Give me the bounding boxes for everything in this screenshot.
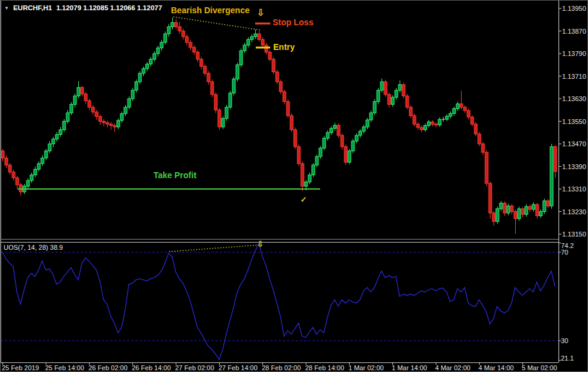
candle-body	[149, 59, 152, 64]
candle-body	[243, 45, 246, 51]
candle-body	[424, 126, 427, 130]
candle-body	[460, 104, 463, 107]
candle-body	[373, 102, 376, 113]
candle-body	[185, 37, 188, 42]
candle-body	[135, 82, 138, 90]
price-tick-label: 1.13710	[562, 73, 586, 80]
candle-body	[45, 151, 48, 158]
candle-body	[221, 119, 224, 127]
price-tick-label: 1.13870	[562, 28, 586, 35]
candle-body	[91, 107, 94, 112]
chart-title-bar: ▼ EURCHF,H1 1.12079 1.12085 1.12066 1.12…	[4, 4, 162, 11]
candle-body	[435, 124, 438, 125]
candle-body	[366, 120, 369, 127]
candle-body	[52, 139, 55, 144]
candle-body	[225, 107, 228, 119]
bearish-divergence-label: Bearish Divergence	[171, 6, 250, 14]
time-tick-label: 5 Mar 02:00	[522, 364, 557, 371]
candle-body	[265, 45, 268, 52]
candle-body	[59, 130, 62, 135]
time-tick-label: 28 Feb 14:00	[305, 364, 344, 371]
candle-body	[113, 126, 116, 127]
candle-body	[546, 201, 549, 206]
ohlc-values: 1.12079 1.12085 1.12066 1.12077	[56, 4, 162, 11]
candle-body	[178, 26, 181, 31]
candle-body	[182, 31, 185, 37]
candle-body	[514, 212, 517, 219]
stop-loss-label: Stop Loss	[273, 18, 314, 26]
candle-body	[333, 125, 336, 128]
indicator-level-label: 30	[561, 337, 568, 344]
candle-body	[496, 209, 499, 222]
candle-body	[142, 69, 145, 73]
candle-body	[438, 119, 441, 125]
candle-body	[351, 141, 354, 150]
candle-body	[456, 104, 459, 108]
price-tick-label: 1.13630	[562, 95, 586, 102]
candle-body	[471, 117, 474, 124]
checkmark-icon: ✓	[300, 196, 307, 203]
indicator-level-label: 70	[561, 249, 568, 256]
candle-body	[348, 151, 351, 163]
price-tick-label: 1.13150	[562, 231, 586, 238]
candle-body	[532, 205, 535, 209]
candle-body	[467, 111, 470, 117]
candle-body	[449, 113, 452, 116]
candle-body	[110, 124, 113, 125]
candle-body	[247, 40, 250, 45]
candle-body	[416, 124, 419, 128]
candle-body	[427, 122, 430, 125]
candle-body	[359, 131, 362, 135]
chart-window: ▼ EURCHF,H1 1.12079 1.12085 1.12066 1.12…	[0, 0, 588, 372]
candle-body	[48, 144, 51, 151]
time-tick-label: 27 Feb 14:00	[218, 364, 258, 371]
candle-body	[301, 164, 304, 187]
candle-body	[554, 147, 557, 172]
candle-body	[341, 135, 344, 147]
symbol-dropdown-icon[interactable]: ▼	[4, 5, 9, 11]
candle-body	[171, 22, 174, 26]
candle-body	[55, 135, 58, 140]
candle-body	[388, 95, 391, 104]
candle-body	[102, 122, 105, 123]
candle-body	[84, 94, 87, 101]
indicator-title: UOS(7, 14, 28) 38.9	[4, 244, 63, 251]
candle-body	[536, 205, 539, 216]
candle-body	[290, 116, 293, 129]
candle-body	[236, 65, 239, 79]
candle-body	[203, 66, 206, 73]
candle-body	[492, 213, 495, 222]
candle-body	[66, 113, 69, 121]
price-tick-label: 1.13790	[562, 50, 586, 57]
candle-body	[406, 96, 409, 107]
chart-canvas[interactable]	[1, 1, 588, 372]
candle-body	[37, 164, 40, 169]
candle-body	[153, 54, 156, 59]
entry-label: Entry	[273, 43, 295, 51]
candle-body	[156, 48, 159, 54]
candle-body	[124, 107, 127, 114]
candle-body	[294, 130, 297, 147]
candle-body	[474, 124, 477, 134]
candle-body	[286, 102, 289, 116]
candle-body	[73, 96, 76, 104]
candle-body	[138, 73, 141, 82]
candle-body	[128, 99, 131, 107]
candle-body	[218, 110, 221, 127]
candle-body	[117, 120, 120, 127]
candle-body	[330, 128, 333, 132]
candle-body	[431, 122, 434, 124]
time-tick-label: 26 Feb 02:00	[88, 364, 128, 371]
candle-body	[550, 147, 553, 206]
candle-body	[413, 116, 416, 124]
candle-body	[160, 42, 163, 48]
candle-body	[5, 158, 8, 165]
time-tick-label: 1 Mar 14:00	[392, 364, 427, 371]
price-tick-label: 1.13550	[562, 118, 586, 125]
candle-body	[211, 82, 214, 95]
candle-body	[377, 90, 380, 102]
candle-body	[250, 37, 253, 40]
price-tick-label: 1.13310	[562, 185, 586, 193]
candle-body	[525, 206, 528, 214]
candle-body	[420, 128, 423, 130]
